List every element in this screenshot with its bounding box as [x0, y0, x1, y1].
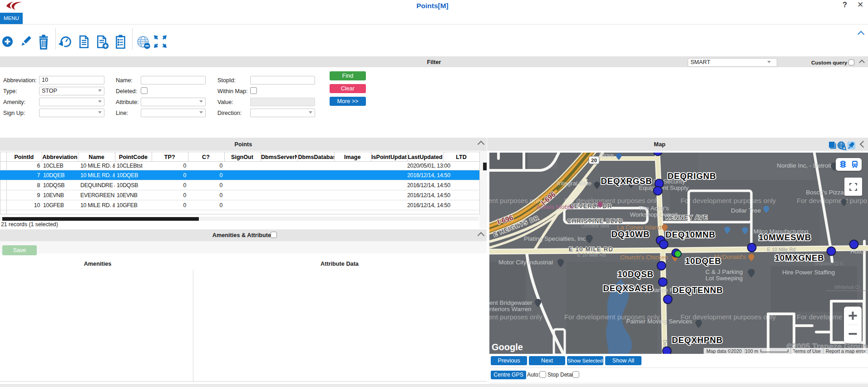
svg-text:10DQSB: 10DQSB	[617, 269, 653, 279]
svg-text:Church's Chicken: Church's Chicken	[620, 254, 668, 261]
svg-text:E 10 Mile Rd: E 10 Mile Rd	[767, 247, 796, 252]
svg-text:Workshop-Detroit: Workshop-Detroit	[630, 211, 678, 218]
svg-text:10MWESWB: 10MWESWB	[759, 233, 811, 242]
svg-text:ent purposes only: ent purposes only	[489, 197, 542, 204]
svg-text:Christine Blvd: Christine Blvd	[581, 223, 609, 228]
svg-text:For developme: For developme	[797, 313, 842, 321]
svg-text:DEQXHPNB: DEQXHPNB	[672, 335, 723, 345]
svg-text:For development purpo: For development purpo	[797, 197, 867, 204]
svg-text:E 10 Mile Rd: E 10 Mile Rd	[577, 252, 606, 258]
svg-text:E 10 MILE RD: E 10 MILE RD	[569, 246, 613, 253]
svg-text:ent purposes only: ent purposes only	[489, 313, 542, 321]
svg-text:Bosco's Pizza: Bosco's Pizza	[806, 189, 844, 196]
svg-text:For development purposes only: For development purposes only	[681, 197, 776, 204]
svg-text:Motor City Industrial: Motor City Industrial	[498, 259, 553, 266]
svg-text:Palmer Moving Services: Palmer Moving Services	[626, 318, 692, 325]
svg-text:DEQTENNB: DEQTENNB	[672, 285, 723, 295]
svg-text:Lot Sweeping: Lot Sweeping	[705, 275, 743, 282]
svg-text:ent Bridgewater: ent Bridgewater	[489, 299, 533, 306]
svg-text:C & J Parking: C & J Parking	[705, 268, 743, 275]
svg-text:DEQXRGSB: DEQXRGSB	[601, 176, 652, 186]
svg-text:Hutch: Hutch	[850, 248, 866, 255]
svg-text:Plating Specialties, Inc: Plating Specialties, Inc	[524, 235, 586, 242]
svg-text:DEQ10MNB: DEQ10MNB	[666, 230, 715, 239]
svg-text:nteriors Warren: nteriors Warren	[489, 306, 532, 313]
svg-text:Whitehall Ct: Whitehall Ct	[834, 284, 860, 290]
svg-text:20: 20	[591, 158, 597, 163]
svg-text:The Actor's: The Actor's	[638, 205, 669, 212]
svg-text:Ackels Mobile: Ackels Mobile	[536, 203, 574, 210]
svg-text:10MXGNEB: 10MXGNEB	[775, 253, 824, 263]
svg-text:BEVERLY DR: BEVERLY DR	[570, 203, 612, 209]
svg-text:DEQRIGNB: DEQRIGNB	[668, 171, 716, 181]
svg-text:Store: Store	[599, 153, 614, 159]
svg-text:Dollar Tree: Dollar Tree	[731, 207, 761, 214]
svg-text:For development purposes only: For development purposes only	[681, 313, 776, 321]
svg-text:10DQEB: 10DQEB	[685, 256, 721, 266]
svg-text:Integral Blue: Integral Blue	[557, 180, 592, 187]
svg-text:DEQXSASB: DEQXSASB	[603, 283, 653, 293]
svg-text:Hire Power Staffing: Hire Power Staffing	[782, 269, 835, 276]
svg-text:Nordlie Inc, - Detroit: Nordlie Inc, - Detroit	[777, 162, 831, 169]
svg-text:DQ10WB: DQ10WB	[612, 229, 650, 239]
